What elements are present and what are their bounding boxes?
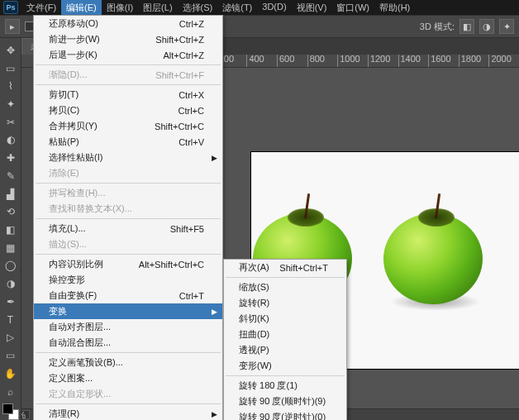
menu-选择(S)[interactable]: 选择(S) <box>178 0 218 16</box>
3d-mode-label: 3D 模式: <box>420 21 455 33</box>
transform-submenu: 再次(A)Shift+Ctrl+T缩放(S)旋转(R)斜切(K)扭曲(D)透视(… <box>223 259 347 420</box>
menu-item-选择性粘贴(I)[interactable]: 选择性粘贴(I)▶ <box>34 150 222 165</box>
menu-item-变形(W)[interactable]: 变形(W) <box>224 358 346 374</box>
marquee-tool[interactable]: ▭ <box>2 60 20 77</box>
tool-preset-icon[interactable]: ▸ <box>5 19 20 34</box>
menu-视图(V)[interactable]: 视图(V) <box>292 0 332 16</box>
zoom-tool[interactable]: ⌕ <box>2 384 20 400</box>
menu-编辑(E)[interactable]: 编辑(E) <box>61 0 102 16</box>
menubar: Ps 文件(F)编辑(E)图像(I)图层(L)选择(S)滤镜(T)3D(D)视图… <box>0 0 519 15</box>
menu-item-拷贝(C)[interactable]: 拷贝(C)Ctrl+C <box>34 103 222 118</box>
menu-滤镜(T)[interactable]: 滤镜(T) <box>217 0 257 16</box>
healing-tool[interactable]: ✚ <box>2 150 20 166</box>
menu-item-扭曲(D)[interactable]: 扭曲(D) <box>224 327 346 342</box>
menu-3D(D)[interactable]: 3D(D) <box>257 0 291 16</box>
menu-item-旋转 90 度(顺时针)(9)[interactable]: 旋转 90 度(顺时针)(9) <box>224 394 346 409</box>
menu-item-前进一步(W)[interactable]: 前进一步(W)Shift+Ctrl+Z <box>34 31 222 47</box>
menu-窗口(W)[interactable]: 窗口(W) <box>331 0 374 16</box>
stamp-tool[interactable]: ▟ <box>2 186 20 203</box>
edit-menu: 还原移动(O)Ctrl+Z前进一步(W)Shift+Ctrl+Z后退一步(K)A… <box>33 15 223 420</box>
lasso-tool[interactable]: ⌇ <box>2 78 20 94</box>
menu-item-旋转 180 度(1)[interactable]: 旋转 180 度(1) <box>224 378 346 394</box>
rectangle-tool[interactable]: ▭ <box>2 347 20 364</box>
menu-item-渐隐(D)...: 渐隐(D)...Shift+Ctrl+F <box>34 67 222 83</box>
menu-图像(I)[interactable]: 图像(I) <box>102 0 138 16</box>
submenu-arrow-icon: ▶ <box>212 410 217 418</box>
menu-item-自动混合图层...[interactable]: 自动混合图层... <box>34 335 222 351</box>
menu-item-旋转(R)[interactable]: 旋转(R) <box>224 295 346 311</box>
color-swatch[interactable] <box>2 403 19 420</box>
menu-item-粘贴(P)[interactable]: 粘贴(P)Ctrl+V <box>34 134 222 150</box>
menu-item-查找和替换文本(X)...: 查找和替换文本(X)... <box>34 201 222 217</box>
blur-tool[interactable]: ◯ <box>2 258 20 274</box>
menu-item-清除(E): 清除(E) <box>34 165 222 181</box>
menu-item-定义自定形状...: 定义自定形状... <box>34 386 222 402</box>
menu-item-自由变换(F)[interactable]: 自由变换(F)Ctrl+T <box>34 288 222 303</box>
hand-tool[interactable]: ✋ <box>2 365 20 382</box>
menu-item-填充(L)...[interactable]: 填充(L)...Shift+F5 <box>34 221 222 236</box>
eraser-tool[interactable]: ◧ <box>2 222 20 238</box>
menu-帮助(H)[interactable]: 帮助(H) <box>374 0 415 16</box>
path-select-tool[interactable]: ▷ <box>2 330 20 346</box>
menu-item-清理(R)[interactable]: 清理(R)▶ <box>34 406 222 420</box>
menu-item-内容识别比例[interactable]: 内容识别比例Alt+Shift+Ctrl+C <box>34 256 222 272</box>
menu-item-后退一步(K)[interactable]: 后退一步(K)Alt+Ctrl+Z <box>34 47 222 63</box>
3d-mode-icon-3[interactable]: ✦ <box>499 19 514 34</box>
menu-item-透视(P)[interactable]: 透视(P) <box>224 342 346 358</box>
gradient-tool[interactable]: ▦ <box>2 240 20 256</box>
menu-item-操控变形[interactable]: 操控变形 <box>34 272 222 288</box>
eyedropper-tool[interactable]: ◐ <box>2 132 20 149</box>
history-brush-tool[interactable]: ⟲ <box>2 203 20 220</box>
apple-2 <box>375 193 491 317</box>
menu-item-缩放(S)[interactable]: 缩放(S) <box>224 279 346 295</box>
menu-item-定义画笔预设(B)...[interactable]: 定义画笔预设(B)... <box>34 355 222 370</box>
move-tool[interactable]: ✥ <box>2 42 20 59</box>
3d-mode-icon-2[interactable]: ◑ <box>479 19 494 34</box>
app-icon: Ps <box>3 1 18 14</box>
menu-item-剪切(T)[interactable]: 剪切(T)Ctrl+X <box>34 87 222 103</box>
menu-item-斜切(K)[interactable]: 斜切(K) <box>224 311 346 327</box>
dodge-tool[interactable]: ◑ <box>2 275 20 292</box>
submenu-arrow-icon: ▶ <box>212 154 217 162</box>
type-tool[interactable]: T <box>2 312 20 328</box>
menu-item-描边(S)...: 描边(S)... <box>34 236 222 252</box>
menu-item-定义图案...[interactable]: 定义图案... <box>34 370 222 386</box>
menu-item-旋转 90 度(逆时针)(0)[interactable]: 旋转 90 度(逆时针)(0) <box>224 409 346 420</box>
tools-panel: ✥▭⌇✦✂◐✚✎▟⟲◧▦◯◑✒T▷▭✋⌕ <box>0 38 21 420</box>
menu-item-合并拷贝(Y)[interactable]: 合并拷贝(Y)Shift+Ctrl+C <box>34 118 222 134</box>
menu-文件(F)[interactable]: 文件(F) <box>21 0 61 16</box>
brush-tool[interactable]: ✎ <box>2 168 20 184</box>
wand-tool[interactable]: ✦ <box>2 96 20 112</box>
menu-item-变换[interactable]: 变换▶ <box>34 303 222 319</box>
menu-图层(L)[interactable]: 图层(L) <box>138 0 177 16</box>
crop-tool[interactable]: ✂ <box>2 114 20 131</box>
menu-item-还原移动(O)[interactable]: 还原移动(O)Ctrl+Z <box>34 16 222 31</box>
menu-item-拼写检查(H)...: 拼写检查(H)... <box>34 185 222 201</box>
menu-item-再次(A)[interactable]: 再次(A)Shift+Ctrl+T <box>224 260 346 275</box>
pen-tool[interactable]: ✒ <box>2 294 20 310</box>
3d-mode-icon-1[interactable]: ◧ <box>459 19 474 34</box>
submenu-arrow-icon: ▶ <box>212 308 217 316</box>
menu-item-自动对齐图层...[interactable]: 自动对齐图层... <box>34 319 222 335</box>
